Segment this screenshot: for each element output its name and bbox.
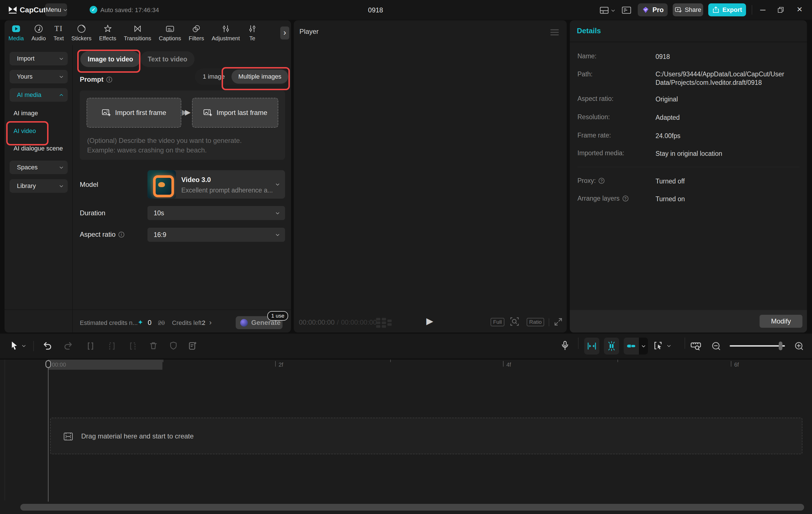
timeline-fit-icon[interactable] bbox=[690, 340, 702, 351]
ruler-tick-0000: 00:00 bbox=[52, 362, 66, 368]
menu-button[interactable]: Menu bbox=[45, 3, 67, 16]
info-icon[interactable]: i bbox=[106, 77, 112, 83]
chevron-down-icon bbox=[642, 344, 645, 347]
tabbar-scroll-next-button[interactable]: › bbox=[280, 27, 289, 39]
track-select-icon[interactable] bbox=[653, 340, 664, 351]
timeline-horizontal-scrollbar[interactable] bbox=[20, 504, 804, 511]
magnifier-frame-icon[interactable] bbox=[509, 316, 520, 327]
sidebar-item-spaces[interactable]: Spaces bbox=[9, 161, 68, 174]
model-dropdown[interactable]: Video 3.0 Excellent prompt adherence a..… bbox=[147, 170, 285, 199]
full-preview-toggle[interactable]: Full bbox=[491, 318, 504, 326]
sidebar-item-yours[interactable]: Yours bbox=[9, 70, 68, 83]
credits-chevron-right[interactable]: › bbox=[209, 318, 212, 327]
pro-button[interactable]: Pro bbox=[638, 3, 668, 16]
tab-adjustment[interactable]: Adjustment bbox=[212, 24, 240, 42]
auto-preview-toggle[interactable] bbox=[604, 338, 619, 355]
track-select-chevron-icon[interactable] bbox=[667, 343, 671, 347]
play-button[interactable]: ▶ bbox=[426, 315, 433, 326]
sidebar-item-library[interactable]: Library bbox=[9, 179, 68, 193]
image-mode-segmented: 1 image Multiple images bbox=[195, 68, 289, 85]
timeline-left-border bbox=[4, 360, 5, 501]
tab-transitions[interactable]: Transitions bbox=[124, 24, 151, 42]
details-title: Details bbox=[577, 27, 601, 35]
spaces-label: Spaces bbox=[17, 164, 37, 171]
mask-icon[interactable] bbox=[169, 341, 178, 351]
tab-text-to-video[interactable]: Text to video bbox=[140, 51, 195, 67]
export-button[interactable]: Export bbox=[708, 3, 746, 16]
duration-dropdown[interactable]: 10s bbox=[147, 206, 285, 220]
aspect-ratio-value: 16:9 bbox=[154, 231, 166, 239]
total-duration: 00:00:00:00 bbox=[341, 319, 377, 326]
ai-edit-icon[interactable] bbox=[187, 340, 198, 351]
share-icon bbox=[675, 6, 682, 13]
split-delete-right-icon[interactable] bbox=[127, 341, 138, 352]
info-icon[interactable]: i bbox=[118, 232, 124, 238]
modify-label: Modify bbox=[771, 317, 791, 325]
help-icon[interactable]: ? bbox=[622, 195, 629, 202]
delete-icon[interactable] bbox=[148, 341, 158, 351]
player-title: Player bbox=[299, 28, 319, 35]
timeline-ruler[interactable]: 00:00 2f 4f 6f bbox=[0, 360, 812, 370]
sidebar-item-ai-image[interactable]: AI image bbox=[13, 108, 38, 119]
mode-1-image[interactable]: 1 image bbox=[196, 70, 231, 84]
undo-button[interactable] bbox=[42, 341, 53, 352]
chevron-down-icon bbox=[59, 184, 63, 187]
tab-effects[interactable]: Effects bbox=[99, 24, 116, 42]
zoom-out-icon[interactable] bbox=[711, 341, 721, 351]
fullscreen-icon[interactable] bbox=[553, 317, 563, 327]
ruler-tick-6f: 6f bbox=[734, 362, 739, 368]
tab-media[interactable]: Media bbox=[8, 24, 24, 42]
notes-panel-icon[interactable] bbox=[621, 6, 632, 14]
sidebar-item-ai-media[interactable]: AI media bbox=[9, 88, 68, 102]
tab-filters[interactable]: Filters bbox=[188, 24, 204, 42]
tab-text-to-speech[interactable]: Te bbox=[248, 24, 257, 42]
layout-switch-icon[interactable] bbox=[600, 6, 609, 14]
zoom-in-icon[interactable] bbox=[794, 341, 804, 351]
minimize-button[interactable]: – bbox=[760, 4, 765, 14]
select-cursor-icon[interactable] bbox=[11, 341, 19, 351]
prompt-label: Prompt bbox=[80, 75, 104, 83]
prompt-placeholder-line1: (Optional) Describe the video you want t… bbox=[87, 137, 242, 145]
main-track-magnet-toggle[interactable] bbox=[584, 338, 600, 355]
tab-stickers[interactable]: Stickers bbox=[71, 24, 91, 42]
tab-text[interactable]: TI Text bbox=[54, 24, 64, 42]
share-button[interactable]: Share bbox=[673, 3, 703, 16]
sidebar-item-import[interactable]: Import bbox=[9, 52, 68, 65]
sidebar-item-ai-dialogue-scene[interactable]: AI dialogue scene bbox=[13, 143, 63, 154]
details-footer: Modify bbox=[570, 310, 807, 333]
timeline-zoom-slider[interactable] bbox=[730, 345, 785, 346]
player-menu-icon[interactable] bbox=[550, 29, 559, 35]
record-voiceover-icon[interactable] bbox=[560, 340, 570, 351]
layout-chevron-down-icon[interactable] bbox=[611, 8, 615, 12]
ratio-toggle[interactable]: Ratio bbox=[527, 318, 544, 326]
linkage-toggle[interactable] bbox=[624, 338, 639, 355]
tab-audio-label: Audio bbox=[31, 35, 46, 42]
tab-image-to-video[interactable]: Image to video bbox=[80, 51, 140, 67]
import-last-frame-button[interactable]: Import last frame bbox=[192, 98, 278, 128]
timecode-separator: / bbox=[337, 319, 339, 326]
frame-preview-icon[interactable] bbox=[376, 317, 392, 329]
cursor-options-chevron-icon[interactable] bbox=[22, 343, 26, 347]
modify-button[interactable]: Modify bbox=[759, 315, 803, 328]
tab-effects-label: Effects bbox=[99, 35, 116, 42]
playhead-handle[interactable] bbox=[46, 360, 51, 368]
main-track-drop-zone[interactable]: Drag material here and start to create bbox=[50, 418, 803, 454]
import-first-frame-button[interactable]: Import first frame bbox=[87, 98, 181, 128]
linkage-options-button[interactable] bbox=[639, 338, 648, 355]
media-sidebar: Import Yours AI media AI image AI video … bbox=[4, 45, 73, 333]
split-icon[interactable] bbox=[85, 341, 96, 352]
tab-audio[interactable]: Audio bbox=[31, 24, 46, 42]
toolbar-divider bbox=[578, 338, 579, 349]
tab-captions[interactable]: Captions bbox=[159, 24, 181, 42]
sidebar-item-ai-video[interactable]: AI video bbox=[13, 125, 36, 137]
prompt-box[interactable]: Import first frame ▶▶ Import last frame … bbox=[80, 90, 285, 160]
aspect-ratio-dropdown[interactable]: 16:9 bbox=[147, 228, 285, 242]
help-icon[interactable]: ? bbox=[599, 178, 605, 184]
name-value: 0918 bbox=[656, 53, 800, 61]
restore-button[interactable] bbox=[777, 6, 784, 13]
split-delete-left-icon[interactable] bbox=[107, 341, 117, 352]
zoom-slider-handle[interactable] bbox=[779, 341, 782, 350]
mode-multiple-images[interactable]: Multiple images bbox=[231, 70, 288, 84]
close-button[interactable]: × bbox=[797, 4, 803, 14]
redo-button[interactable] bbox=[63, 341, 74, 352]
